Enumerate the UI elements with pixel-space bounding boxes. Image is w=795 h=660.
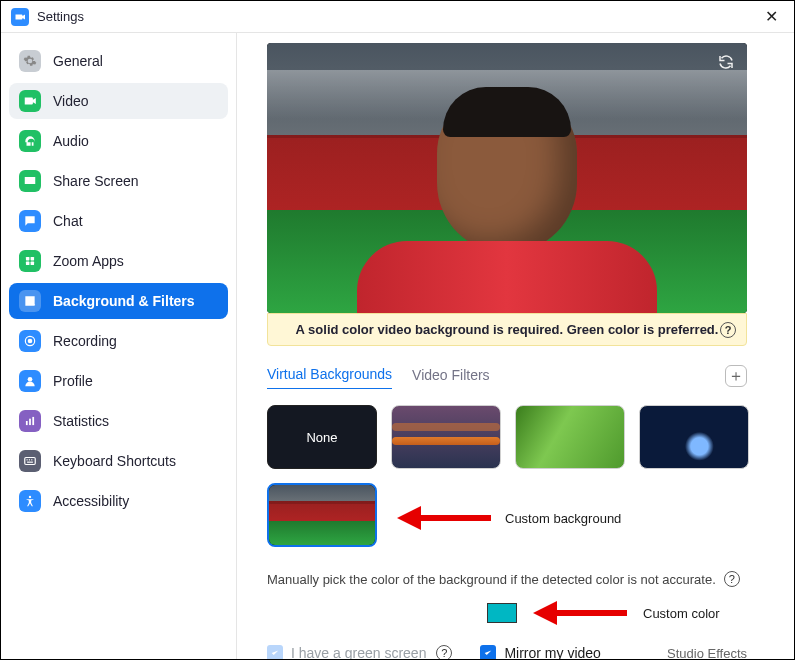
add-background-button[interactable]: ＋	[725, 365, 747, 387]
manual-text: Manually pick the color of the backgroun…	[267, 572, 716, 587]
annotation-custom-bg-label: Custom background	[505, 511, 621, 526]
svg-rect-3	[31, 262, 34, 266]
sidebar-item-video[interactable]: Video	[9, 83, 228, 119]
share-screen-icon	[19, 170, 41, 192]
video-icon	[19, 90, 41, 112]
help-icon[interactable]: ?	[720, 322, 736, 338]
titlebar: Settings ✕	[1, 1, 794, 33]
chat-icon	[19, 210, 41, 232]
sidebar-item-share-screen[interactable]: Share Screen	[9, 163, 228, 199]
svg-point-15	[29, 496, 31, 498]
checkbox-green-screen: I have a green screen	[267, 645, 426, 659]
checkbox-icon	[267, 645, 283, 659]
keyboard-icon	[19, 450, 41, 472]
headphones-icon	[19, 130, 41, 152]
tab-virtual-backgrounds[interactable]: Virtual Backgrounds	[267, 362, 392, 389]
sidebar-item-profile[interactable]: Profile	[9, 363, 228, 399]
rotate-camera-icon[interactable]	[717, 53, 735, 74]
svg-rect-1	[31, 257, 34, 261]
sidebar-item-accessibility[interactable]: Accessibility	[9, 483, 228, 519]
thumb-custom-stadium[interactable]	[267, 483, 377, 547]
sidebar-item-label: Share Screen	[53, 173, 139, 189]
thumb-none-label: None	[306, 430, 337, 445]
thumb-none[interactable]: None	[267, 405, 377, 469]
record-icon	[19, 330, 41, 352]
app-icon	[11, 8, 29, 26]
manual-pick-row: Manually pick the color of the backgroun…	[267, 571, 747, 587]
svg-rect-9	[32, 417, 34, 425]
sidebar: General Video Audio Share Screen Chat Zo…	[1, 33, 237, 659]
stats-icon	[19, 410, 41, 432]
sidebar-item-keyboard-shortcuts[interactable]: Keyboard Shortcuts	[9, 443, 228, 479]
help-icon[interactable]: ?	[436, 645, 452, 659]
user-icon	[19, 370, 41, 392]
color-row: Custom color	[267, 603, 774, 623]
sidebar-item-label: Video	[53, 93, 89, 109]
sidebar-item-label: Accessibility	[53, 493, 129, 509]
sidebar-item-recording[interactable]: Recording	[9, 323, 228, 359]
sidebar-item-zoom-apps[interactable]: Zoom Apps	[9, 243, 228, 279]
sidebar-item-statistics[interactable]: Statistics	[9, 403, 228, 439]
svg-rect-0	[26, 257, 30, 261]
tabs: Virtual Backgrounds Video Filters ＋	[267, 362, 747, 389]
svg-rect-10	[25, 458, 36, 465]
studio-effects-link[interactable]: Studio Effects	[667, 646, 747, 660]
sidebar-item-background-filters[interactable]: Background & Filters	[9, 283, 228, 319]
checkbox-mirror-label: Mirror my video	[504, 645, 600, 659]
sidebar-item-label: Profile	[53, 373, 93, 389]
help-icon[interactable]: ?	[724, 571, 740, 587]
sidebar-item-label: Keyboard Shortcuts	[53, 453, 176, 469]
thumb-bridge[interactable]	[391, 405, 501, 469]
arrow-icon	[533, 605, 627, 621]
sidebar-item-label: Recording	[53, 333, 117, 349]
main: A solid color video background is requir…	[237, 33, 794, 659]
svg-rect-2	[26, 262, 30, 266]
svg-rect-7	[26, 421, 28, 425]
svg-rect-13	[31, 459, 32, 460]
sidebar-item-label: Audio	[53, 133, 89, 149]
sidebar-item-chat[interactable]: Chat	[9, 203, 228, 239]
color-swatch[interactable]	[487, 603, 517, 623]
thumb-grass[interactable]	[515, 405, 625, 469]
checkbox-row: I have a green screen ? Mirror my video …	[267, 645, 747, 659]
sidebar-item-label: Background & Filters	[53, 293, 195, 309]
sidebar-item-label: General	[53, 53, 103, 69]
sidebar-item-label: Chat	[53, 213, 83, 229]
preview-note: A solid color video background is requir…	[267, 313, 747, 346]
video-preview	[267, 43, 747, 313]
background-icon	[19, 290, 41, 312]
gear-icon	[19, 50, 41, 72]
checkbox-icon	[480, 645, 496, 659]
annotation-custom-bg: Custom background	[397, 489, 621, 547]
thumbnails: None Custom background	[267, 405, 763, 547]
sidebar-item-label: Zoom Apps	[53, 253, 124, 269]
svg-rect-8	[29, 419, 31, 425]
annotation-custom-color-label: Custom color	[643, 606, 720, 621]
accessibility-icon	[19, 490, 41, 512]
thumb-earth[interactable]	[639, 405, 749, 469]
note-text: A solid color video background is requir…	[296, 322, 719, 337]
svg-rect-14	[27, 462, 33, 463]
sidebar-item-audio[interactable]: Audio	[9, 123, 228, 159]
checkbox-mirror-video[interactable]: Mirror my video	[480, 645, 600, 659]
apps-icon	[19, 250, 41, 272]
tab-video-filters[interactable]: Video Filters	[412, 363, 490, 389]
svg-rect-11	[27, 459, 28, 460]
sidebar-item-general[interactable]: General	[9, 43, 228, 79]
checkbox-green-screen-label: I have a green screen	[291, 645, 426, 659]
svg-point-6	[28, 377, 33, 382]
sidebar-item-label: Statistics	[53, 413, 109, 429]
svg-point-5	[28, 339, 33, 344]
arrow-icon	[397, 510, 491, 526]
close-button[interactable]: ✕	[759, 5, 784, 28]
window-title: Settings	[37, 9, 84, 24]
svg-rect-12	[29, 459, 30, 460]
